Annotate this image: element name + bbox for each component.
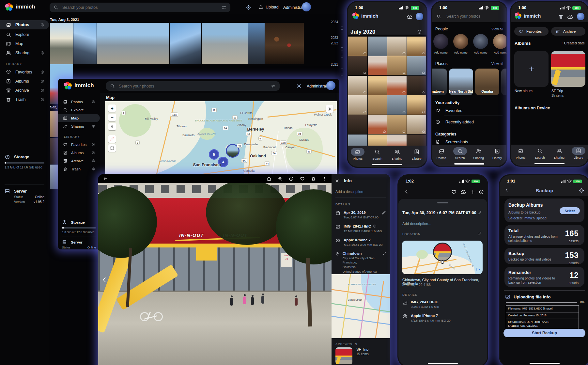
upload-button[interactable]: Upload	[258, 5, 279, 9]
trash-icon[interactable]	[558, 14, 564, 19]
photo-thumbnail[interactable]	[407, 37, 426, 56]
info-icon[interactable]	[289, 176, 294, 181]
favorite-heart-icon[interactable]	[451, 189, 456, 195]
theme-toggle-icon[interactable]	[296, 83, 302, 89]
recently-added-row[interactable]: Recently added	[435, 119, 474, 124]
search-input[interactable]	[62, 5, 218, 10]
nav-search[interactable]: Search	[451, 147, 469, 160]
nav-photos[interactable]: Photos	[348, 148, 367, 160]
close-icon[interactable]	[335, 179, 339, 183]
settings-gear-icon[interactable]	[579, 188, 584, 193]
info-icon[interactable]	[40, 98, 44, 102]
photo-thumbnail[interactable]	[265, 23, 304, 64]
sidebar-item-sharing[interactable]: Sharing	[0, 48, 49, 57]
search-bar[interactable]	[106, 81, 280, 91]
sidebar-item-explore[interactable]: Explore	[58, 106, 100, 114]
user-avatar[interactable]	[302, 2, 311, 11]
search-bar[interactable]	[50, 3, 230, 12]
photo-thumbnail[interactable]	[407, 56, 426, 75]
sidebar-item-map[interactable]: Map	[0, 39, 49, 48]
info-icon[interactable]	[40, 70, 44, 74]
fullscreen-button[interactable]	[108, 144, 116, 152]
photo-thumbnail[interactable]	[170, 23, 201, 64]
photo-thumbnail[interactable]	[348, 115, 367, 134]
nav-library[interactable]: Library	[569, 147, 588, 159]
album-sf-trip-tile[interactable]	[551, 51, 585, 87]
sort-created-date[interactable]: ↑ Created date	[561, 41, 585, 45]
filter-sliders-icon[interactable]	[271, 84, 276, 88]
map-settings-gear-icon[interactable]	[326, 105, 333, 113]
sidebar-item-explore[interactable]: Explore	[0, 30, 49, 39]
photo-thumbnail[interactable]	[348, 37, 367, 56]
person-item[interactable]: Add name	[473, 34, 488, 54]
share-icon[interactable]	[267, 176, 271, 181]
photo-thumbnail[interactable]	[368, 95, 387, 115]
sheet-drag-handle[interactable]	[437, 202, 448, 203]
info-mini-map[interactable]: FISHERMAN'S WHARF Beach Street	[332, 274, 390, 338]
info-icon[interactable]	[92, 143, 95, 146]
zoom-in-button[interactable]: +	[108, 104, 116, 112]
photo-thumbnail[interactable]	[348, 76, 367, 95]
photo-thumbnail[interactable]	[387, 115, 407, 134]
cloud-upload-icon[interactable]	[460, 189, 466, 195]
favorites-row[interactable]: Favorites	[435, 108, 462, 113]
more-options-icon[interactable]	[322, 176, 327, 181]
cloud-sync-icon[interactable]	[567, 14, 573, 20]
sidebar-item-trash[interactable]: Trash	[0, 95, 49, 104]
photo-thumbnail[interactable]	[348, 95, 367, 115]
place-item[interactable]: Omaha	[475, 69, 499, 95]
sidebar-item-photos[interactable]: Photos	[58, 98, 100, 106]
add-description-field[interactable]: Add description...	[402, 222, 431, 226]
cloud-sync-icon[interactable]	[407, 14, 413, 20]
favorites-button[interactable]: Favorites	[514, 27, 549, 36]
info-icon[interactable]	[40, 88, 44, 92]
info-icon[interactable]	[92, 159, 95, 163]
info-icon[interactable]	[40, 79, 44, 83]
nav-library[interactable]: Library	[408, 148, 426, 160]
place-item[interactable]: Chinatown	[431, 69, 447, 95]
info-icon[interactable]	[40, 51, 44, 55]
edit-location-icon[interactable]	[477, 231, 482, 236]
select-all-check-icon[interactable]	[417, 29, 422, 34]
draw-disabled-button[interactable]	[108, 135, 116, 143]
person-item[interactable]: Add name	[433, 34, 448, 54]
search-input[interactable]	[446, 14, 502, 19]
sidebar-item-photos[interactable]: Photos	[0, 20, 49, 29]
photo-thumbnail[interactable]	[73, 23, 97, 64]
favorite-heart-icon[interactable]	[300, 176, 305, 181]
info-icon[interactable]	[479, 189, 484, 195]
description-field[interactable]: Add a description	[332, 183, 390, 194]
map-info-icon[interactable]	[476, 267, 480, 272]
nav-sharing[interactable]: Sharing	[470, 147, 488, 160]
user-avatar[interactable]	[326, 81, 335, 90]
photo-thumbnail[interactable]	[248, 23, 265, 64]
search-input[interactable]	[118, 84, 268, 89]
back-arrow-icon[interactable]	[103, 176, 108, 181]
photo-thumbnail[interactable]	[407, 76, 426, 95]
select-button[interactable]: Select	[560, 207, 580, 214]
photo-thumbnail[interactable]	[202, 23, 248, 64]
edit-location-icon[interactable]	[383, 251, 386, 256]
edit-date-icon[interactable]	[382, 211, 386, 215]
zoom-icon[interactable]	[278, 176, 283, 181]
info-icon[interactable]	[92, 100, 95, 103]
sidebar-item-favorites[interactable]: Favorites	[58, 140, 100, 149]
zoom-out-button[interactable]: −	[108, 114, 116, 121]
locate-button[interactable]	[108, 123, 116, 130]
nav-search[interactable]: Search	[368, 148, 386, 160]
photo-thumbnail[interactable]	[368, 56, 387, 75]
archive-button[interactable]: Archive	[551, 27, 585, 36]
nav-sharing[interactable]: Sharing	[550, 147, 568, 159]
info-icon[interactable]	[92, 124, 95, 128]
search-bar[interactable]	[437, 14, 502, 19]
edit-date-icon[interactable]	[477, 211, 482, 215]
nav-sharing[interactable]: Sharing	[388, 148, 406, 160]
info-icon[interactable]	[92, 151, 95, 154]
back-chevron-icon[interactable]	[404, 189, 409, 195]
photo-thumbnail[interactable]	[387, 37, 407, 56]
map-controls[interactable]: + −	[108, 104, 116, 152]
filter-sliders-icon[interactable]	[222, 5, 226, 10]
delete-icon[interactable]	[311, 176, 316, 181]
file-info-icon[interactable]	[373, 224, 377, 228]
sidebar-item-archive[interactable]: Archive	[0, 86, 49, 95]
